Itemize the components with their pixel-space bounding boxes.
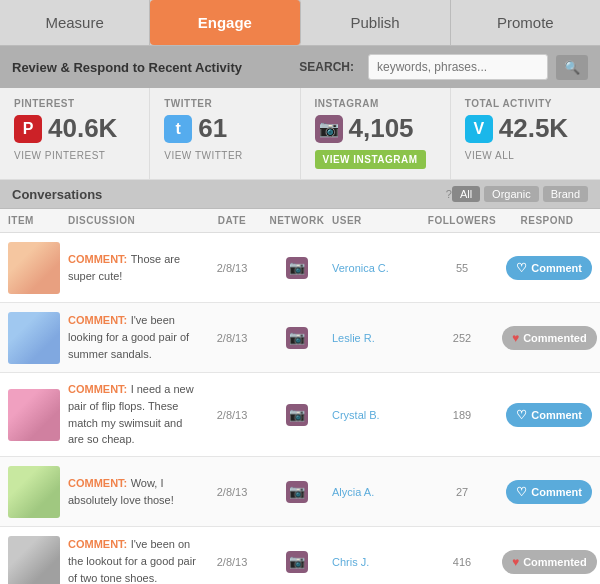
discussion-cell: COMMENT: Those are super cute! bbox=[68, 251, 202, 285]
view-twitter-link[interactable]: VIEW TWITTER bbox=[164, 150, 285, 161]
top-nav: Measure Engage Publish Promote bbox=[0, 0, 600, 46]
comment-label: COMMENT: bbox=[68, 477, 127, 489]
search-button[interactable]: 🔍 bbox=[556, 55, 588, 80]
stat-network-label: INSTAGRAM bbox=[315, 98, 436, 109]
search-bar: Review & Respond to Recent Activity SEAR… bbox=[0, 46, 600, 88]
discussion-cell: COMMENT: I've been looking for a good pa… bbox=[68, 312, 202, 362]
stat-icon-value: P 40.6K bbox=[14, 113, 135, 144]
instagram-network-icon: 📷 bbox=[286, 404, 308, 426]
user-cell[interactable]: Crystal B. bbox=[332, 409, 422, 421]
respond-button[interactable]: ♥ Commented bbox=[502, 326, 597, 350]
discussion-cell: COMMENT: I need a new pair of flip flops… bbox=[68, 381, 202, 448]
respond-cell: ♥ Commented bbox=[502, 550, 592, 574]
stat-value: 42.5K bbox=[499, 113, 568, 144]
respond-cell: ♡ Comment bbox=[502, 256, 592, 280]
stat-pinterest: PINTEREST P 40.6K VIEW PINTEREST bbox=[0, 88, 150, 179]
followers-cell: 27 bbox=[422, 486, 502, 498]
filter-organic[interactable]: Organic bbox=[484, 186, 539, 202]
stat-total: TOTAL ACTIVITY V 42.5K VIEW ALL bbox=[451, 88, 600, 179]
item-thumbnail bbox=[8, 242, 60, 294]
stat-value: 40.6K bbox=[48, 113, 117, 144]
instagram-network-icon: 📷 bbox=[286, 257, 308, 279]
instagram-network-icon: 📷 bbox=[286, 551, 308, 573]
table-row: COMMENT: Wow, I absolutely love those! 2… bbox=[0, 457, 600, 527]
stats-row: PINTEREST P 40.6K VIEW PINTEREST TWITTER… bbox=[0, 88, 600, 180]
stat-instagram: INSTAGRAM 📷 4,105 VIEW INSTAGRAM bbox=[301, 88, 451, 179]
table-body: COMMENT: Those are super cute! 2/8/13 📷 … bbox=[0, 233, 600, 584]
comment-label: COMMENT: bbox=[68, 383, 127, 395]
filter-all[interactable]: All bbox=[452, 186, 480, 202]
col-network: NETWORK bbox=[262, 215, 332, 226]
item-thumbnail bbox=[8, 536, 60, 584]
conv-filters: All Organic Brand bbox=[452, 186, 588, 202]
stat-network-label: PINTEREST bbox=[14, 98, 135, 109]
item-thumbnail bbox=[8, 312, 60, 364]
heart-outline-icon: ♡ bbox=[516, 408, 527, 422]
heart-outline-icon: ♡ bbox=[516, 485, 527, 499]
followers-cell: 55 bbox=[422, 262, 502, 274]
heart-outline-icon: ♡ bbox=[516, 261, 527, 275]
respond-button[interactable]: ♡ Comment bbox=[506, 256, 592, 280]
table-row: COMMENT: I need a new pair of flip flops… bbox=[0, 373, 600, 457]
network-cell: 📷 bbox=[262, 551, 332, 573]
stat-twitter: TWITTER t 61 VIEW TWITTER bbox=[150, 88, 300, 179]
network-cell: 📷 bbox=[262, 404, 332, 426]
table-row: COMMENT: I've been on the lookout for a … bbox=[0, 527, 600, 584]
conversations-title: Conversations bbox=[12, 187, 442, 202]
date-cell: 2/8/13 bbox=[202, 262, 262, 274]
comment-label: COMMENT: bbox=[68, 253, 127, 265]
date-cell: 2/8/13 bbox=[202, 409, 262, 421]
followers-cell: 252 bbox=[422, 332, 502, 344]
respond-button[interactable]: ♥ Commented bbox=[502, 550, 597, 574]
date-cell: 2/8/13 bbox=[202, 556, 262, 568]
tab-promote[interactable]: Promote bbox=[451, 0, 600, 45]
search-label: SEARCH: bbox=[299, 60, 354, 74]
filter-brand[interactable]: Brand bbox=[543, 186, 588, 202]
stat-icon-value: t 61 bbox=[164, 113, 285, 144]
followers-cell: 189 bbox=[422, 409, 502, 421]
col-item: ITEM bbox=[8, 215, 68, 226]
respond-button[interactable]: ♡ Comment bbox=[506, 403, 592, 427]
respond-cell: ♡ Comment bbox=[502, 480, 592, 504]
discussion-cell: COMMENT: I've been on the lookout for a … bbox=[68, 536, 202, 584]
respond-cell: ♥ Commented bbox=[502, 326, 592, 350]
col-user: USER bbox=[332, 215, 422, 226]
col-discussion: DISCUSSION bbox=[68, 215, 202, 226]
user-cell[interactable]: Leslie R. bbox=[332, 332, 422, 344]
user-cell[interactable]: Alycia A. bbox=[332, 486, 422, 498]
view-all-link[interactable]: VIEW ALL bbox=[465, 150, 586, 161]
stat-icon-value: 📷 4,105 bbox=[315, 113, 436, 144]
pinterest-icon: P bbox=[14, 115, 42, 143]
stat-icon-value: V 42.5K bbox=[465, 113, 586, 144]
respond-button[interactable]: ♡ Comment bbox=[506, 480, 592, 504]
view-pinterest-link[interactable]: VIEW PINTEREST bbox=[14, 150, 135, 161]
tab-engage[interactable]: Engage bbox=[150, 0, 300, 45]
user-cell[interactable]: Chris J. bbox=[332, 556, 422, 568]
item-thumbnail bbox=[8, 466, 60, 518]
search-bar-title: Review & Respond to Recent Activity bbox=[12, 60, 291, 75]
stat-network-label: TWITTER bbox=[164, 98, 285, 109]
network-cell: 📷 bbox=[262, 327, 332, 349]
search-input[interactable] bbox=[368, 54, 548, 80]
network-cell: 📷 bbox=[262, 481, 332, 503]
conversations-header: Conversations ? All Organic Brand bbox=[0, 180, 600, 209]
user-cell[interactable]: Veronica C. bbox=[332, 262, 422, 274]
followers-cell: 416 bbox=[422, 556, 502, 568]
stat-value: 4,105 bbox=[349, 113, 414, 144]
comment-label: COMMENT: bbox=[68, 314, 127, 326]
date-cell: 2/8/13 bbox=[202, 486, 262, 498]
stat-network-label: TOTAL ACTIVITY bbox=[465, 98, 586, 109]
heart-filled-icon: ♥ bbox=[512, 555, 519, 569]
col-date: DATE bbox=[202, 215, 262, 226]
tab-measure[interactable]: Measure bbox=[0, 0, 150, 45]
col-followers: FOLLOWERS bbox=[422, 215, 502, 226]
view-instagram-link[interactable]: VIEW INSTAGRAM bbox=[315, 150, 426, 169]
heart-filled-icon: ♥ bbox=[512, 331, 519, 345]
twitter-icon: t bbox=[164, 115, 192, 143]
instagram-icon: 📷 bbox=[315, 115, 343, 143]
table-row: COMMENT: I've been looking for a good pa… bbox=[0, 303, 600, 373]
tab-publish[interactable]: Publish bbox=[301, 0, 451, 45]
table-header: ITEM DISCUSSION DATE NETWORK USER FOLLOW… bbox=[0, 209, 600, 233]
stat-value: 61 bbox=[198, 113, 227, 144]
vimeo-icon: V bbox=[465, 115, 493, 143]
